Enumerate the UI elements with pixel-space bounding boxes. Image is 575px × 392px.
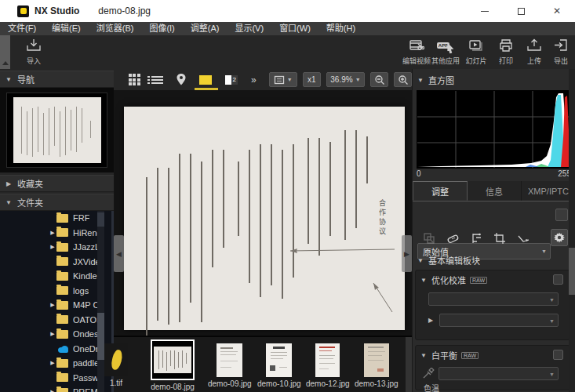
navigation-section-header[interactable]: ▼ 导航 — [0, 71, 114, 88]
photo-document: 合作协议 — [124, 107, 405, 330]
zoom-level-dropdown[interactable]: 36.9% ▼ — [326, 72, 366, 87]
menu-image[interactable]: 图像(I) — [141, 22, 182, 35]
compare-view-button[interactable]: 2 — [219, 69, 244, 90]
menu-edit[interactable]: 编辑(E) — [44, 22, 89, 35]
menu-window[interactable]: 窗口(W) — [271, 22, 318, 35]
filmstrip-item-demo12[interactable]: demo-12.jpg — [306, 343, 350, 388]
onedrive-cloud-icon — [56, 344, 69, 353]
toolbar-collapse-handle[interactable] — [0, 35, 10, 69]
list-view-button[interactable] — [146, 69, 169, 90]
adjust-info-tabs: 调整 信息 XMP/IPTC — [413, 181, 575, 201]
more-tools-chevron[interactable]: » — [244, 69, 264, 90]
caret-down-icon: ▼ — [416, 352, 431, 359]
folder-icon — [56, 330, 68, 339]
slideshow-icon — [468, 37, 484, 54]
straighten-icon[interactable] — [511, 233, 535, 245]
picture-control-checkbox[interactable] — [553, 274, 563, 285]
raw-badge: RAW — [470, 277, 487, 284]
zoom-1to1-button[interactable]: x1 — [303, 72, 321, 87]
filmstrip-item-demo09[interactable]: demo-09.jpg — [208, 343, 252, 388]
zoom-in-button[interactable] — [394, 72, 412, 87]
expand-arrow-icon[interactable]: ▶ — [49, 360, 56, 366]
scrollbar-thumb[interactable] — [97, 313, 104, 360]
favorites-section-header[interactable]: ▶ 收藏夹 — [0, 175, 114, 192]
slideshow-button[interactable]: 幻灯片 — [460, 37, 493, 67]
histogram-section-header[interactable]: ▼ 直方图 — [413, 71, 575, 89]
histogram-axis-labels: 0 255 — [417, 169, 571, 178]
image-canvas[interactable]: 合作协议 ◀ ▶ — [114, 90, 412, 336]
adjustment-tools-row — [417, 229, 571, 248]
right-panel-scrollbar[interactable] — [569, 69, 575, 392]
menu-bar: 文件(F) 编辑(E) 浏览器(B) 图像(I) 调整(A) 显示(V) 窗口(… — [0, 22, 575, 35]
folders-section-header[interactable]: ▼ 文件夹 — [0, 194, 114, 211]
grid-view-button[interactable] — [123, 69, 146, 90]
expand-arrow-icon[interactable]: ▶ — [49, 302, 56, 308]
filmstrip-item-demo10[interactable]: demo-10.jpg — [257, 343, 301, 388]
filmstrip-item-tif[interactable]: 1.tif — [104, 343, 128, 387]
map-view-button[interactable] — [169, 69, 193, 90]
import-icon — [26, 37, 42, 54]
menu-view[interactable]: 显示(V) — [227, 22, 271, 35]
copy-adjustments-icon[interactable] — [417, 232, 441, 245]
close-button[interactable]: ✕ — [539, 0, 575, 22]
image-view-button[interactable] — [193, 69, 218, 90]
folder-icon — [56, 272, 68, 281]
chevron-down-icon: ▼ — [541, 249, 547, 254]
caret-down-icon: ▼ — [416, 277, 431, 284]
crop-icon[interactable] — [488, 232, 511, 245]
basic-edit-section-header[interactable]: ▼ 基本编辑板块 — [413, 251, 480, 270]
scrollbar-thumb[interactable] — [569, 248, 575, 295]
app-title: NX Studio — [35, 5, 79, 16]
annotation-arrows — [124, 107, 405, 330]
preset-save-button[interactable] — [555, 209, 568, 221]
gray-point-sampler-icon[interactable] — [422, 368, 435, 379]
menu-browser[interactable]: 浏览器(B) — [89, 22, 142, 35]
folder-icon — [56, 257, 68, 266]
filmstrip-item-demo13[interactable]: demo-13.jpg — [355, 343, 398, 388]
app-logo-icon — [17, 5, 29, 17]
edit-video-button[interactable]: 编辑视频 — [400, 37, 433, 67]
expand-arrow-icon[interactable]: ▶ — [49, 331, 56, 337]
filmstrip-item-demo08-selected[interactable]: demo-08.jpg — [151, 339, 195, 391]
expand-arrow-icon[interactable]: ▶ — [49, 389, 56, 392]
white-balance-checkbox[interactable] — [553, 350, 563, 360]
other-apps-button[interactable]: APP 其他应用 — [429, 37, 462, 67]
maximize-button[interactable] — [503, 0, 539, 22]
white-balance-dropdown[interactable]: ▼ — [439, 367, 559, 380]
tab-info[interactable]: 信息 — [468, 181, 522, 201]
zoom-out-button[interactable] — [370, 72, 388, 87]
navigation-thumbnail[interactable] — [6, 93, 107, 168]
filmstrip-scrollbar[interactable] — [406, 337, 412, 392]
tab-xmp-iptc[interactable]: XMP/IPTC — [522, 181, 575, 201]
retouch-brush-icon[interactable] — [441, 233, 464, 245]
video-edit-icon — [409, 37, 424, 54]
document-title: demo-08.jpg — [98, 5, 151, 16]
picture-control-header[interactable]: ▼ 优化校准 RAW — [416, 270, 570, 289]
previous-image-button[interactable]: ◀ — [114, 235, 124, 272]
expand-arrow-icon[interactable]: ▶ — [49, 230, 56, 236]
menu-help[interactable]: 帮助(H) — [318, 22, 363, 35]
tools-settings-button[interactable] — [551, 229, 568, 246]
picture-control-dropdown[interactable]: ▼ — [428, 292, 559, 306]
expand-arrow-icon[interactable]: ▶ — [428, 317, 433, 324]
expand-arrow-icon[interactable]: ▶ — [49, 244, 56, 250]
tab-adjustments[interactable]: 调整 — [413, 181, 468, 201]
fit-to-screen-button[interactable]: ▼ — [269, 72, 297, 87]
folder-scrollbar[interactable] — [97, 211, 104, 392]
chevron-down-icon: ▼ — [549, 372, 555, 377]
upload-icon — [526, 37, 542, 54]
color-control-point-icon[interactable] — [464, 232, 488, 245]
right-sidebar: ▼ 直方图 RGB ▼ 0 255 调整 信息 XMP/IPTC — [412, 69, 575, 392]
menu-file[interactable]: 文件(F) — [0, 22, 44, 35]
export-icon — [553, 37, 569, 54]
white-balance-header[interactable]: ▼ 白平衡 RAW — [416, 346, 570, 365]
import-button[interactable]: 导入 — [17, 37, 50, 67]
picture-control-sub-dropdown[interactable]: ▼ — [439, 314, 559, 327]
folder-icon — [56, 388, 68, 392]
folder-icon — [56, 359, 68, 368]
export-button[interactable]: 导出 — [544, 37, 575, 67]
chevron-down-icon: ▼ — [549, 297, 555, 303]
minimize-button[interactable] — [467, 0, 503, 22]
next-image-button[interactable]: ▶ — [402, 235, 412, 272]
menu-adjust[interactable]: 调整(A) — [183, 22, 227, 35]
